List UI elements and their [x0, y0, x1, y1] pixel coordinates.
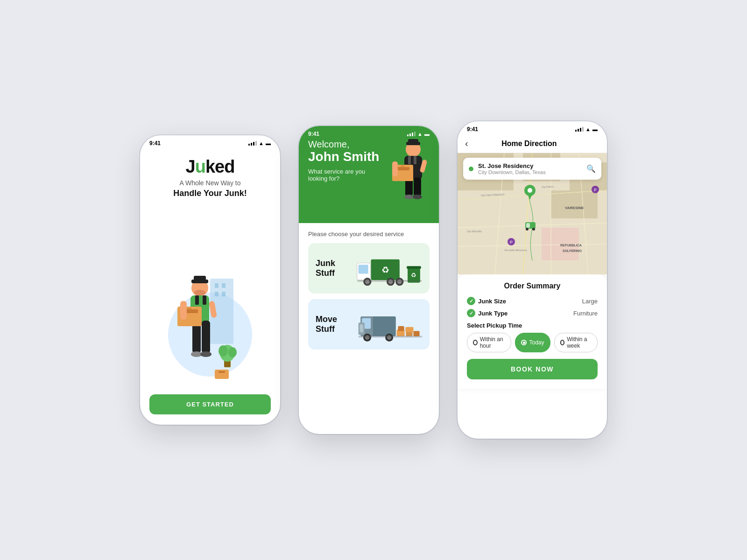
svg-text:♻: ♻: [381, 265, 389, 275]
welcome-header: Welcome, John Smith What service are you…: [299, 139, 439, 223]
svg-rect-19: [202, 321, 210, 353]
svg-rect-44: [359, 265, 368, 273]
svg-rect-10: [218, 371, 225, 373]
map-area[interactable]: Via Farini Mainacci Via Farini... Via Ma…: [458, 153, 607, 274]
svg-rect-17: [203, 295, 206, 305]
junk-type-value: Furniture: [573, 310, 598, 317]
splash-body: Juked A Whole New Way to Handle Your Jun…: [140, 148, 280, 424]
summary-title: Order Summary: [467, 282, 598, 290]
junk-size-label-wrap: ✓ Junk Size: [467, 297, 506, 305]
choose-service-text: Please choose your desired service: [308, 231, 430, 238]
svg-text:Via della Moscova: Via della Moscova: [504, 249, 527, 252]
option-today-label: Today: [529, 339, 544, 346]
svg-rect-61: [359, 324, 363, 332]
battery-icon-3: ▬: [592, 126, 598, 132]
move-stuff-card[interactable]: Move Stuff: [308, 299, 430, 350]
svg-text:VARESINE: VARESINE: [565, 206, 584, 210]
person-illustration: [163, 251, 257, 391]
nav-bar: ‹ Home Direction: [458, 134, 607, 153]
svg-point-8: [228, 347, 237, 357]
welcome-hi: Welcome,: [308, 139, 379, 150]
radio-within-week: [560, 340, 565, 345]
time-1: 9:41: [149, 140, 161, 147]
tagline-bold: Handle Your Junk!: [173, 189, 247, 198]
signal-icon-2: [407, 132, 416, 136]
wifi-icon-2: ▲: [417, 131, 423, 137]
svg-rect-2: [222, 283, 226, 288]
option-within-week[interactable]: Within a week: [554, 333, 598, 352]
svg-rect-24: [187, 308, 191, 312]
svg-rect-13: [194, 276, 206, 282]
junk-size-row: ✓ Junk Size Large: [467, 297, 598, 305]
screens-container: 9:41 ▲ ▬ Juked A Whole New Way to Handle…: [140, 121, 607, 439]
splash-illustration: [149, 203, 271, 391]
logo-ked: ked: [205, 157, 234, 176]
junk-type-label-wrap: ✓ Junk Type: [467, 309, 507, 317]
junk-type-row: ✓ Junk Type Furniture: [467, 309, 598, 317]
location-sub: City Downtown, Dallas, Texas: [478, 169, 582, 175]
location-bar[interactable]: St. Jose Residency City Downtown, Dallas…: [463, 158, 601, 180]
status-icons-2: ▲ ▬: [407, 131, 430, 137]
svg-rect-3: [215, 292, 218, 296]
welcome-question: What service are youlooking for?: [308, 168, 379, 182]
header-person-illustration: [388, 139, 430, 200]
option-today[interactable]: Today: [515, 333, 550, 352]
get-started-button[interactable]: GET STARTED: [149, 394, 271, 414]
svg-rect-25: [180, 301, 187, 320]
signal-icon-1: [248, 141, 257, 146]
time-2: 9:41: [308, 131, 319, 137]
junk-truck-illustration: ♻ ♻: [355, 250, 422, 287]
radio-within-hour: [473, 340, 478, 345]
svg-text:P: P: [594, 188, 597, 192]
svg-rect-16: [195, 295, 199, 305]
check-mark-2: ✓: [469, 310, 473, 316]
status-icons-1: ▲ ▬: [248, 140, 271, 146]
battery-icon-2: ▬: [424, 131, 430, 137]
welcome-text-block: Welcome, John Smith What service are you…: [308, 139, 379, 182]
location-info: St. Jose Residency City Downtown, Dallas…: [478, 162, 582, 175]
svg-rect-92: [526, 223, 530, 228]
move-truck-illustration: [356, 306, 422, 343]
location-name: St. Jose Residency: [478, 162, 582, 169]
svg-point-93: [526, 228, 529, 231]
junk-stuff-title: Junk Stuff: [316, 259, 355, 278]
header-content: Welcome, John Smith What service are you…: [308, 139, 430, 200]
time-3: 9:41: [467, 126, 478, 133]
svg-rect-70: [413, 331, 419, 336]
svg-text:P: P: [510, 240, 513, 245]
junk-type-label: Junk Type: [478, 310, 507, 317]
svg-rect-71: [358, 336, 422, 337]
svg-rect-68: [398, 326, 404, 331]
svg-rect-31: [408, 156, 411, 164]
welcome-name: John Smith: [308, 150, 379, 164]
phone-map: 9:41 ▲ ▬ ‹ Home Direction: [458, 121, 607, 439]
junk-size-check: ✓: [467, 297, 475, 305]
move-stuff-title: Move Stuff: [316, 315, 356, 334]
junk-stuff-card[interactable]: Junk Stuff ♻: [308, 243, 430, 294]
logo-j: J: [186, 157, 195, 176]
svg-text:REPUBBLICA: REPUBBLICA: [560, 244, 582, 247]
svg-rect-4: [222, 292, 226, 296]
svg-rect-39: [401, 165, 404, 168]
pickup-options: Within an hour Today Within a week: [467, 333, 598, 352]
svg-rect-1: [215, 283, 218, 288]
back-button[interactable]: ‹: [465, 138, 468, 149]
junk-size-value: Large: [582, 298, 598, 305]
search-icon[interactable]: 🔍: [586, 164, 596, 173]
phone-service: 9:41 ▲ ▬ Welcome, John Smith What servic…: [299, 126, 439, 434]
svg-rect-32: [414, 156, 416, 164]
status-bar-1: 9:41 ▲ ▬: [140, 135, 280, 148]
status-bar-3: 9:41 ▲ ▬: [458, 121, 607, 134]
svg-point-36: [413, 195, 422, 199]
svg-rect-54: [407, 266, 421, 269]
svg-point-90: [528, 188, 532, 193]
book-now-button[interactable]: BOOK NOW: [467, 359, 598, 379]
svg-rect-77: [551, 190, 598, 218]
option-within-hour[interactable]: Within an hour: [467, 333, 511, 352]
svg-rect-40: [392, 161, 398, 176]
svg-point-7: [218, 345, 228, 357]
radio-today: [521, 340, 527, 345]
status-icons-3: ▲ ▬: [575, 126, 598, 132]
battery-icon-1: ▬: [266, 140, 271, 146]
order-summary: Order Summary ✓ Junk Size Large ✓ Junk T…: [458, 274, 607, 389]
